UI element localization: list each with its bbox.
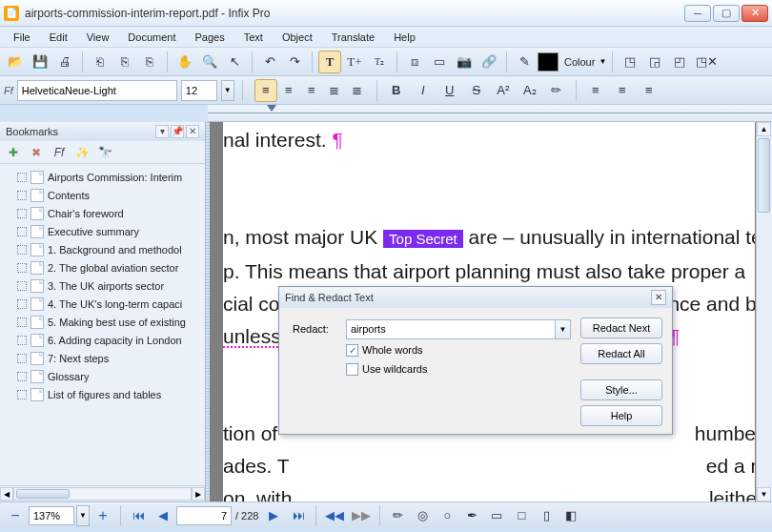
box-icon[interactable]: ▭ (485, 504, 508, 527)
open-icon[interactable]: 📂 (4, 51, 27, 73)
redo-icon[interactable]: ↷ (283, 51, 306, 73)
next-page-icon[interactable]: ▶ (262, 504, 285, 527)
object-del-icon[interactable]: ◳✕ (693, 51, 721, 73)
subscript-icon[interactable]: A₂ (518, 79, 541, 102)
redact-dropdown-icon[interactable]: ▼ (556, 319, 571, 339)
bookmarks-close-button[interactable]: ✕ (186, 125, 199, 138)
redact-input[interactable]: airports (346, 319, 556, 339)
align-left-icon[interactable]: ≡ (254, 79, 277, 102)
text-plus-icon[interactable]: T+ (343, 51, 366, 73)
superscript-icon[interactable]: A² (492, 79, 515, 102)
redact-next-button[interactable]: Redact Next (580, 317, 662, 338)
bookmarks-pin-button[interactable]: ▾ (155, 125, 169, 138)
scroll-thumb[interactable] (758, 138, 770, 213)
pointer-icon[interactable]: ↖ (223, 51, 246, 73)
document-vscrollbar[interactable]: ▲ ▼ (756, 122, 772, 501)
circle-icon[interactable]: ○ (436, 504, 458, 527)
whole-words-checkbox[interactable]: ✓ (346, 344, 358, 357)
bookmark-item[interactable]: 4. The UK's long-term capaci (2, 295, 203, 313)
align-full-icon[interactable]: ≣ (346, 79, 369, 102)
bookmark-wand-icon[interactable]: ✨ (74, 145, 90, 160)
bookmark-binoculars-icon[interactable]: 🔭 (97, 145, 112, 160)
close-button[interactable]: ✕ (742, 5, 768, 22)
bookmark-delete-icon[interactable]: ✖ (29, 145, 44, 160)
bookmark-item[interactable]: 7: Next steps (2, 349, 203, 367)
minimize-button[interactable]: ─ (684, 5, 711, 22)
menu-edit[interactable]: Edit (42, 30, 75, 45)
nav-forward-icon[interactable]: ▶▶ (349, 504, 374, 527)
ruler[interactable] (208, 105, 772, 122)
pen-icon[interactable]: ✒ (460, 504, 483, 527)
bold-icon[interactable]: B (385, 79, 408, 102)
font-name-input[interactable]: HelveticaNeue-Light (17, 80, 177, 101)
menu-translate[interactable]: Translate (324, 30, 382, 45)
font-size-dropdown-icon[interactable]: ▼ (221, 80, 234, 101)
prev-page-icon[interactable]: ◀ (152, 504, 174, 527)
zoom-icon[interactable]: 🔍 (198, 51, 221, 73)
last-page-icon[interactable]: ⏭ (287, 504, 310, 527)
link-icon[interactable]: 🔗 (477, 51, 500, 73)
print-icon[interactable]: 🖨 (53, 51, 76, 73)
object-c-icon[interactable]: ◰ (668, 51, 691, 73)
scroll-right-button[interactable]: ▶ (192, 487, 205, 501)
page-prev-icon[interactable]: ⎗ (89, 51, 112, 73)
ruler-indent-marker[interactable] (267, 105, 276, 112)
text-small-icon[interactable]: T₂ (368, 51, 391, 73)
highlight-icon[interactable]: ✏ (545, 79, 568, 102)
rect-icon[interactable]: ▭ (428, 51, 451, 73)
dialog-close-button[interactable]: ✕ (651, 290, 666, 305)
valign-top-icon[interactable]: ≡ (584, 79, 607, 102)
eyedropper-icon[interactable]: ✎ (513, 51, 536, 73)
zoom-dropdown-icon[interactable]: ▼ (76, 505, 90, 526)
style-button[interactable]: Style... (580, 379, 662, 400)
wildcards-checkbox[interactable] (346, 363, 358, 376)
valign-mid-icon[interactable]: ≡ (611, 79, 634, 102)
italic-icon[interactable]: I (412, 79, 435, 102)
redact-all-button[interactable]: Redact All (580, 343, 662, 364)
page-next-icon[interactable]: ⎘ (138, 51, 161, 73)
crop-icon[interactable]: ⧈ (403, 51, 426, 73)
rect-icon[interactable]: ▯ (535, 504, 558, 527)
undo-icon[interactable]: ↶ (258, 51, 281, 73)
zoom-out-icon[interactable]: − (4, 504, 27, 527)
bookmark-item[interactable]: List of figures and tables (2, 385, 203, 403)
strike-icon[interactable]: S (465, 79, 488, 102)
align-center-icon[interactable]: ≡ (277, 79, 300, 102)
save-icon[interactable]: 💾 (29, 51, 51, 73)
shape-icon[interactable]: ◧ (559, 504, 582, 527)
underline-icon[interactable]: U (438, 79, 461, 102)
bookmark-item[interactable]: Executive summary (2, 222, 203, 240)
bookmark-item[interactable]: 6. Adding capacity in London (2, 331, 203, 349)
font-size-input[interactable]: 12 (181, 80, 217, 101)
bookmark-item[interactable]: Airports Commission: Interim (2, 168, 203, 186)
scroll-thumb[interactable] (16, 489, 70, 499)
nav-back-icon[interactable]: ◀◀ (322, 504, 347, 527)
colour-swatch[interactable] (538, 52, 559, 72)
bookmark-item[interactable]: Chair's foreword (2, 204, 203, 222)
page-add-icon[interactable]: ⎘ (113, 51, 136, 73)
text-tool-icon[interactable]: T (318, 51, 341, 73)
menu-object[interactable]: Object (274, 30, 320, 45)
align-right-icon[interactable]: ≡ (300, 79, 323, 102)
bookmark-item[interactable]: 2. The global aviation sector (2, 258, 203, 276)
menu-document[interactable]: Document (120, 30, 183, 45)
hand-icon[interactable]: ✋ (173, 51, 196, 73)
square-icon[interactable]: □ (510, 504, 533, 527)
menu-text[interactable]: Text (236, 30, 271, 45)
maximize-button[interactable]: ▢ (713, 5, 740, 22)
object-b-icon[interactable]: ◲ (643, 51, 666, 73)
zoom-in-icon[interactable]: + (91, 504, 114, 527)
page-number-field[interactable]: 7 (176, 506, 232, 525)
help-button[interactable]: Help (580, 405, 662, 426)
menu-view[interactable]: View (79, 30, 117, 45)
bookmark-item[interactable]: Glossary (2, 367, 203, 385)
bookmark-item[interactable]: 5. Making best use of existing (2, 313, 203, 331)
bookmark-item[interactable]: 3. The UK airports sector (2, 276, 203, 295)
menu-pages[interactable]: Pages (188, 30, 233, 45)
zoom-field[interactable]: 137% (29, 506, 74, 525)
menu-file[interactable]: File (6, 30, 38, 45)
dot-icon[interactable]: ◎ (411, 504, 434, 527)
bookmarks-pin-icon[interactable]: 📌 (171, 125, 184, 138)
scroll-down-button[interactable]: ▼ (757, 487, 771, 501)
object-a-icon[interactable]: ◳ (619, 51, 641, 73)
